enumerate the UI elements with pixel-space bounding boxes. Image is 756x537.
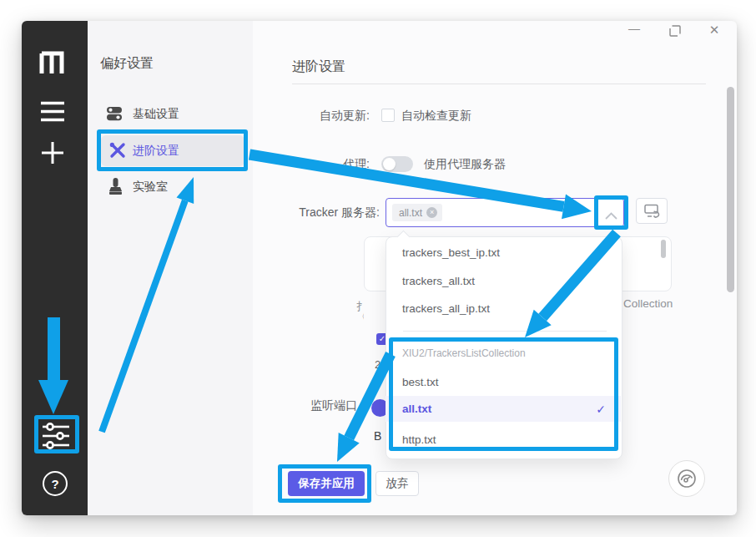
help-button[interactable]: ? (43, 471, 68, 496)
annotation-box-save-button (278, 464, 371, 503)
annotation-box-advanced-settings (97, 129, 248, 171)
nav-icon-basic (106, 105, 123, 125)
listen-port-label: 监听端口 (310, 398, 357, 413)
sync-icon (644, 204, 660, 218)
tag-close-icon[interactable]: × (426, 207, 437, 218)
proxy-toggle-knob (383, 158, 396, 170)
task-list-button[interactable] (40, 101, 65, 122)
auto-update-label: 自动更新: (320, 109, 370, 124)
sync-tracker-button[interactable] (636, 198, 668, 224)
nav-icon-lab (108, 177, 123, 199)
annotation-box-dropdown-group (389, 337, 618, 451)
help-icon: ? (51, 477, 58, 491)
add-task-button[interactable] (41, 141, 64, 165)
task-list-icon (40, 101, 65, 122)
maximize-button[interactable] (669, 25, 681, 40)
proxy-label: 代理: (343, 157, 370, 172)
hidden-text-fragment: B (374, 429, 381, 443)
hidden-text-fragment: 2 (375, 358, 381, 371)
proxy-toggle[interactable] (381, 156, 413, 172)
dropdown-divider (403, 331, 607, 332)
preferences-nav-panel (88, 21, 253, 515)
tracker-hint-text: Collection (623, 297, 673, 310)
dropdown-item[interactable]: trackers_all_ip.txt (386, 294, 621, 322)
speedometer-icon (677, 469, 697, 489)
minimize-button[interactable]: — (624, 22, 644, 37)
motrix-logo-icon (38, 50, 68, 75)
basic-settings-icon (106, 105, 123, 122)
annotation-box-preferences-icon (34, 415, 79, 453)
annotation-box-select-chevron (594, 195, 628, 230)
sidebar-item-lab[interactable]: 实验室 (133, 180, 168, 195)
title-divider (292, 84, 706, 84)
sidebar-item-basic-settings[interactable]: 基础设置 (133, 107, 179, 122)
auto-update-checkbox-label: 自动检查更新 (401, 109, 471, 124)
dropdown-item[interactable]: trackers_all.txt (386, 266, 621, 295)
page-title: 进阶设置 (292, 58, 345, 76)
tracker-tag-label: all.txt (399, 207, 422, 219)
close-button[interactable]: ✕ (705, 23, 723, 39)
dropdown-item[interactable]: trackers_best_ip.txt (386, 238, 621, 266)
preferences-title: 偏好设置 (100, 55, 154, 73)
proxy-toggle-label: 使用代理服务器 (424, 157, 506, 172)
auto-update-checkbox[interactable] (381, 109, 395, 122)
discard-button[interactable]: 放弃 (375, 471, 419, 496)
window-scrollbar[interactable] (727, 87, 734, 292)
maximize-icon (669, 25, 681, 37)
motrix-logo (38, 50, 68, 75)
hidden-text-fragment: 〈 (356, 310, 364, 324)
lab-icon (108, 177, 123, 195)
speed-indicator-button[interactable] (668, 460, 705, 497)
plus-icon (41, 141, 64, 165)
tracker-server-label: Tracker 服务器: (299, 205, 380, 220)
tracker-tag: all.txt × (392, 204, 442, 221)
textarea-scrollbar[interactable] (661, 240, 666, 258)
